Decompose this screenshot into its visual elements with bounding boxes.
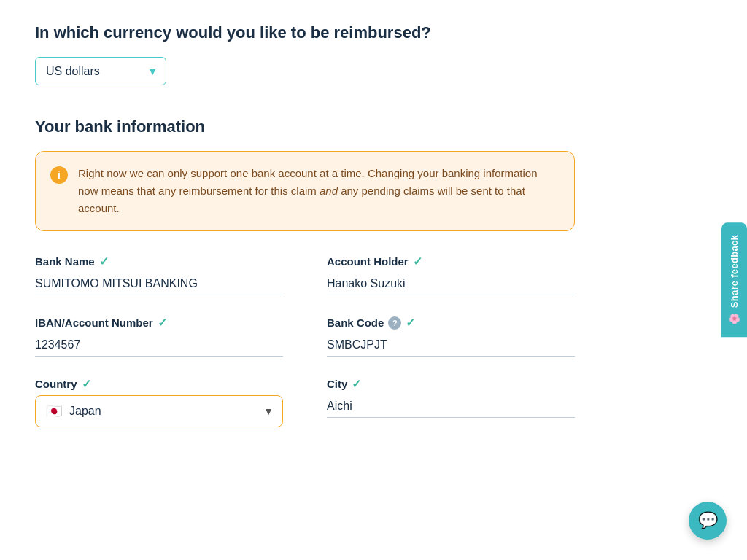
feedback-button-container: 🌸 Share feedback: [721, 223, 747, 338]
currency-select-wrapper: US dollars Euros British pounds Japanese…: [35, 57, 166, 85]
bank-code-label: Bank Code ? ✓: [327, 316, 575, 330]
currency-question: In which currency would you like to be r…: [35, 23, 592, 42]
bank-name-input[interactable]: [35, 273, 283, 295]
bank-code-help-icon[interactable]: ?: [388, 316, 401, 330]
bank-code-input[interactable]: [327, 334, 575, 357]
bank-name-label: Bank Name ✓: [35, 254, 283, 268]
currency-section: In which currency would you like to be r…: [35, 23, 592, 112]
account-holder-input[interactable]: [327, 273, 575, 295]
country-select-wrapper: 🇯🇵 Japan ▼: [35, 395, 283, 427]
country-label: Country ✓: [35, 377, 283, 391]
feedback-label: Share feedback: [729, 235, 740, 308]
currency-select[interactable]: US dollars Euros British pounds Japanese…: [35, 57, 166, 85]
info-icon: i: [50, 166, 68, 184]
country-chevron-icon: ▼: [263, 405, 274, 417]
bank-code-check-icon: ✓: [406, 316, 415, 330]
country-select[interactable]: 🇯🇵 Japan ▼: [35, 395, 283, 427]
alert-text: Right now we can only support one bank a…: [78, 165, 560, 217]
country-check-icon: ✓: [82, 377, 91, 391]
iban-check-icon: ✓: [158, 316, 167, 330]
country-value: Japan: [69, 405, 101, 418]
bank-info-title: Your bank information: [35, 117, 592, 136]
account-holder-field: Account Holder ✓: [327, 254, 575, 295]
bank-form-grid: Bank Name ✓ Account Holder ✓ IBAN/Accoun…: [35, 254, 575, 448]
bank-name-field: Bank Name ✓: [35, 254, 283, 295]
feedback-button[interactable]: 🌸 Share feedback: [721, 223, 747, 338]
chat-button[interactable]: 💬: [689, 502, 727, 540]
iban-field: IBAN/Account Number ✓: [35, 316, 283, 357]
city-check-icon: ✓: [352, 377, 361, 391]
chat-icon: 💬: [698, 511, 718, 530]
country-flag-icon: 🇯🇵: [46, 403, 62, 419]
iban-label: IBAN/Account Number ✓: [35, 316, 283, 330]
city-input[interactable]: [327, 395, 575, 418]
country-field: Country ✓ 🇯🇵 Japan ▼: [35, 377, 283, 427]
iban-input[interactable]: [35, 334, 283, 357]
city-field: City ✓: [327, 377, 575, 427]
bank-info-section: Your bank information i Right now we can…: [35, 117, 592, 448]
account-holder-check-icon: ✓: [413, 254, 422, 268]
city-label: City ✓: [327, 377, 575, 391]
alert-box: i Right now we can only support one bank…: [35, 151, 575, 231]
feedback-flower-icon: 🌸: [729, 314, 740, 325]
account-holder-label: Account Holder ✓: [327, 254, 575, 268]
bank-code-field: Bank Code ? ✓: [327, 316, 575, 357]
bank-name-check-icon: ✓: [99, 254, 109, 268]
